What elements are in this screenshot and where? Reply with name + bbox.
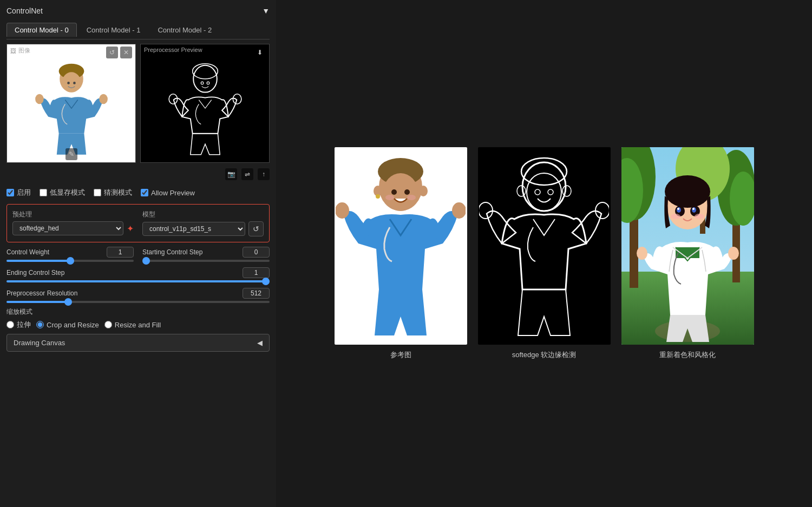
model-refresh-button[interactable]: ↺ [248,221,264,236]
preprocess-section: 预处理 softedge_hed ✦ 模型 control_v11p_sd15_… [6,204,270,242]
allow-preview-checkbox[interactable] [141,189,148,196]
fill-radio[interactable] [104,321,112,328]
enable-checkbox[interactable] [6,189,14,196]
enable-checkbox-label[interactable]: 启用 [6,188,31,197]
svg-rect-47 [676,247,699,258]
svg-point-2 [62,72,80,92]
preprocess-row: 预处理 softedge_hed ✦ 模型 control_v11p_sd15_… [12,210,264,236]
allow-preview-checkbox-label[interactable]: Allow Preview [141,189,195,197]
control-weight-slider-row: Control Weight 1 [6,247,134,262]
svg-point-9 [169,94,178,104]
control-weight-value[interactable]: 1 [107,247,134,258]
svg-rect-26 [479,149,609,344]
close-original-button[interactable]: ✕ [120,47,132,58]
svg-point-23 [404,189,410,195]
stretch-radio[interactable] [6,321,14,328]
images-row: 参考图 [335,147,754,360]
ending-step-value[interactable]: 1 [243,267,270,278]
edge-nurse-svg [479,149,609,344]
starting-step-value[interactable]: 0 [243,247,270,258]
tab-control-1[interactable]: Control Model - 1 [79,23,148,37]
low-vram-checkbox-label[interactable]: 低显存模式 [40,188,85,197]
reference-image-card: 参考图 [335,147,467,360]
svg-point-3 [35,94,44,104]
tab-control-0[interactable]: Control Model - 0 [6,23,77,37]
edge-image-card: softedge 软边缘检测 [478,147,611,360]
right-panel: 参考图 [276,0,812,507]
control-weight-label: Control Weight [6,248,49,256]
pencil-button[interactable]: ✎ [66,148,77,160]
anime-image-container [621,147,754,345]
preprocessor-label: 预处理 [12,210,134,219]
control-weight-slider[interactable] [6,260,134,262]
guess-mode-checkbox-label[interactable]: 猜测模式 [94,188,132,197]
ending-step-slider[interactable] [6,280,270,282]
low-vram-checkbox[interactable] [40,189,47,196]
refresh-image-button[interactable]: ↺ [106,47,118,58]
collapse-icon[interactable]: ▼ [262,6,270,15]
starting-step-label: Starting Control Step [142,248,202,256]
star-icon: ✦ [127,223,134,234]
crop-radio-label[interactable]: Crop and Resize [36,321,99,329]
nurse-figure-original [34,62,109,159]
edge-image-container [478,147,611,345]
anime-image-caption: 重新着色和风格化 [659,350,716,360]
svg-point-10 [233,94,241,104]
scale-mode-label: 缩放模式 [6,307,270,317]
preproc-res-value[interactable]: 512 [243,288,270,299]
drawing-canvas-row[interactable]: Drawing Canvas ◀ [6,334,270,352]
svg-point-56 [677,208,679,210]
left-panel: ControlNet ▼ Control Model - 0 Control M… [0,0,276,507]
actions-row: 📷 ⇌ ↑ [6,167,270,181]
crop-radio[interactable] [36,321,44,328]
starting-step-slider-row: Starting Control Step 0 [142,247,270,262]
svg-point-49 [728,247,739,260]
model-select[interactable]: control_v11p_sd15_s [142,222,245,236]
svg-point-19 [376,194,380,199]
panel-title: ControlNet [6,6,43,15]
previews-row: 🖼 图像 ↺ ✕ [6,44,270,163]
download-preview-button[interactable]: ⬇ [254,47,266,58]
tab-control-2[interactable]: Control Model - 2 [150,23,219,37]
svg-point-20 [336,202,349,219]
dual-slider-row: Control Weight 1 Starting Control Step 0 [6,247,270,262]
original-preview-controls: ↺ ✕ [106,47,132,58]
guess-mode-checkbox[interactable] [94,189,101,196]
options-row: 启用 低显存模式 猜测模式 Allow Preview [6,186,270,200]
svg-point-18 [419,186,428,196]
preproc-res-slider[interactable] [6,301,270,303]
preprocessor-col: 预处理 softedge_hed ✦ [12,210,134,236]
preproc-res-label: Preprocessor Resolution [6,289,77,297]
camera-button[interactable]: 📷 [225,168,237,180]
svg-point-11 [201,82,204,84]
model-col: 模型 control_v11p_sd15_s ↺ [142,210,264,236]
model-label: 模型 [142,210,264,219]
tabs-row: Control Model - 0 Control Model - 1 Cont… [6,23,270,39]
slider-section: Control Weight 1 Starting Control Step 0… [6,247,270,303]
preprocessor-image-area [141,44,269,162]
original-bottom-controls: ✎ [66,148,77,160]
original-image-area [7,44,135,162]
starting-step-slider[interactable] [142,260,270,262]
anime-image-card: 重新着色和风格化 [621,147,754,360]
svg-point-24 [385,195,394,200]
svg-point-6 [73,82,76,84]
fill-radio-label[interactable]: Resize and Fill [104,321,161,329]
preprocessor-preview-label: Preprocessor Preview [144,47,202,53]
svg-point-5 [67,82,70,84]
ending-step-slider-row: Ending Control Step 1 [6,267,270,282]
svg-point-57 [692,208,695,210]
original-preview: 🖼 图像 ↺ ✕ [6,44,136,163]
swap-button[interactable]: ⇌ [241,168,253,180]
ending-step-header: Ending Control Step 1 [6,267,270,278]
stretch-radio-label[interactable]: 拉伸 [6,320,31,330]
svg-point-21 [452,202,466,219]
nurse-figure-edge [167,62,243,159]
preprocessor-select[interactable]: softedge_hed [12,221,123,235]
reference-image-container [335,147,467,345]
upload-button[interactable]: ↑ [258,168,270,180]
starting-step-header: Starting Control Step 0 [142,247,270,258]
svg-point-8 [192,64,218,79]
svg-point-25 [407,195,416,200]
scale-mode-radio-group: 拉伸 Crop and Resize Resize and Fill [6,320,270,330]
